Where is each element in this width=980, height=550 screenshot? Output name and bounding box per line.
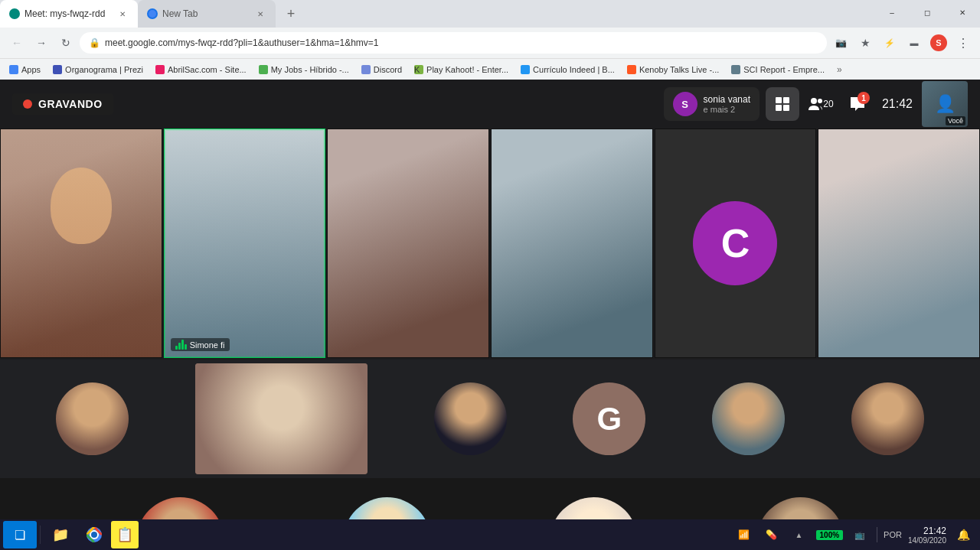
browser-actions: 📷 ★ ⚡ ▬ S ⋮ [830, 32, 974, 54]
refresh-button[interactable]: ↻ [55, 32, 77, 54]
bookmark-myjobs[interactable]: My Jobs - Híbrido -... [256, 63, 352, 76]
bookmark-discord-label: Discord [374, 65, 402, 74]
audio-bar-2 [178, 343, 181, 350]
browser-window: – ◻ ✕ Meet: mys-fwqz-rdd ✕ New Tab ✕ + ←… [0, 0, 980, 80]
taskbar-clock[interactable]: 21:42 14/09/2020 [908, 526, 946, 545]
tab-meet-label: Meet: mys-fwqz-rdd [24, 8, 105, 19]
participant-5-avatar: C [693, 201, 777, 285]
file-explorer-button[interactable]: 📁 [44, 521, 77, 548]
extensions-button[interactable]: ▬ [903, 32, 925, 54]
cast-button[interactable]: 📷 [830, 32, 851, 54]
top-row: Simone fi C [0, 129, 980, 358]
bookmark-abrilsac-icon [155, 65, 165, 74]
minimize-button[interactable]: – [874, 0, 910, 24]
bookmark-apps-label: Apps [21, 65, 41, 74]
recording-label: GRAVANDO [38, 98, 103, 110]
language-indicator: POR [884, 530, 902, 539]
speaker-name: sonia vanat [704, 94, 750, 105]
notification-center-button[interactable]: 🔔 [952, 524, 974, 545]
mid-row: G [0, 360, 980, 478]
bookmark-button[interactable]: ★ [854, 32, 876, 54]
audio-bar-1 [175, 346, 178, 350]
speakers-pill: S sonia vanat e mais 2 [664, 87, 760, 121]
svg-point-1 [149, 10, 156, 18]
usb-icon[interactable]: 📺 [849, 524, 871, 545]
svg-rect-5 [783, 105, 789, 111]
tab-bar: Meet: mys-fwqz-rdd ✕ New Tab ✕ + [0, 0, 980, 28]
browser-controls: ← → ↻ 🔒 meet.google.com/mys-fwqz-rdd?pli… [0, 28, 980, 58]
bookmark-kahoot[interactable]: K Play Kahoot! - Enter... [411, 63, 511, 76]
meet-favicon [9, 8, 20, 19]
lock-icon: 🔒 [89, 37, 100, 48]
back-button[interactable]: ← [6, 32, 28, 54]
bookmark-discord-icon [361, 65, 371, 74]
grid-view-button[interactable] [766, 87, 799, 121]
maximize-button[interactable]: ◻ [910, 0, 945, 24]
bookmark-discord[interactable]: Discord [358, 63, 405, 76]
tab-new[interactable]: New Tab ✕ [138, 0, 276, 28]
tab-meet[interactable]: Meet: mys-fwqz-rdd ✕ [0, 0, 138, 28]
network-icon[interactable]: 📶 [733, 524, 755, 545]
svg-rect-3 [783, 97, 789, 103]
bookmark-sci[interactable]: SCI Report - Empre... [728, 63, 828, 76]
audio-bar-4 [185, 344, 187, 350]
clock-time: 21:42 [908, 526, 946, 536]
participant-5: C [655, 129, 817, 358]
audio-bar-3 [181, 340, 184, 350]
sticky-notes-button[interactable]: 📋 [111, 521, 139, 548]
bookmark-apps-icon [9, 65, 18, 74]
svg-point-0 [11, 10, 18, 18]
participant-2-name: Simone fi [171, 338, 230, 351]
tab-meet-close[interactable]: ✕ [116, 8, 129, 20]
close-button[interactable]: ✕ [945, 0, 980, 24]
system-tray: 📶 💊 ▲ 100% 📺 POR 21:42 14/09/2020 🔔 [733, 524, 977, 545]
bookmark-kenoby[interactable]: Kenoby Talks Live -... [624, 63, 722, 76]
svg-rect-4 [776, 105, 782, 111]
time-display: 21:42 [879, 97, 916, 111]
bookmark-sci-icon [731, 65, 740, 74]
bookmark-abrilsac[interactable]: AbrilSac.com - Site... [152, 63, 250, 76]
chrome-button[interactable] [77, 521, 111, 548]
bookmark-myjobs-label: My Jobs - Híbrido -... [271, 65, 349, 74]
bookmark-kenoby-label: Kenoby Talks Live -... [639, 65, 719, 74]
bookmarks-more[interactable]: » [837, 64, 842, 75]
participants-button[interactable]: 20 [805, 89, 836, 119]
chat-button[interactable]: 1 [842, 89, 873, 119]
participant-1 [0, 129, 162, 358]
speaker-avatar: S [673, 92, 697, 116]
svg-point-7 [818, 99, 822, 103]
bookmark-organograma[interactable]: Organograma | Prezi [50, 63, 146, 76]
speaker-icon[interactable]: 💊 [761, 524, 782, 545]
bookmark-myjobs-icon [259, 65, 268, 74]
chevron-up-icon[interactable]: ▲ [789, 524, 810, 545]
participants-count: 20 [823, 99, 833, 109]
forward-button[interactable]: → [31, 32, 52, 54]
tab-new-close[interactable]: ✕ [254, 8, 266, 20]
meet-container: GRAVANDO S sonia vanat e mais 2 [0, 80, 980, 550]
start-button[interactable]: ❏ [3, 521, 37, 548]
bookmarks-bar: Apps Organograma | Prezi AbrilSac.com - … [0, 58, 980, 80]
bookmark-indeed-icon [521, 65, 530, 74]
taskbar-divider-1 [40, 526, 41, 544]
audio-indicator [175, 340, 187, 350]
menu-button[interactable]: ⋮ [952, 32, 974, 54]
svg-point-10 [91, 532, 97, 538]
recording-badge: GRAVANDO [12, 93, 113, 115]
extension-button[interactable]: ⚡ [879, 32, 900, 54]
bookmark-indeed[interactable]: Currículo Indeed | B... [518, 63, 618, 76]
speaker-info: sonia vanat e mais 2 [704, 94, 750, 114]
self-view: 👤 Você [922, 81, 968, 127]
mid-participant-5 [712, 382, 785, 455]
address-bar[interactable]: 🔒 meet.google.com/mys-fwqz-rdd?pli=1&aut… [80, 32, 827, 54]
url-text: meet.google.com/mys-fwqz-rdd?pli=1&authu… [105, 37, 379, 48]
bookmark-apps[interactable]: Apps [6, 63, 44, 76]
mid-participant-2-video [195, 363, 368, 474]
bookmark-sci-label: SCI Report - Empre... [743, 65, 825, 74]
bookmark-abrilsac-label: AbrilSac.com - Site... [168, 65, 247, 74]
mid-participant-1 [56, 382, 129, 455]
svg-rect-2 [776, 97, 782, 103]
profile-button[interactable]: S [928, 32, 949, 54]
new-tab-button[interactable]: + [279, 2, 303, 26]
speaker-more: e mais 2 [704, 105, 750, 114]
svg-point-6 [811, 98, 817, 104]
